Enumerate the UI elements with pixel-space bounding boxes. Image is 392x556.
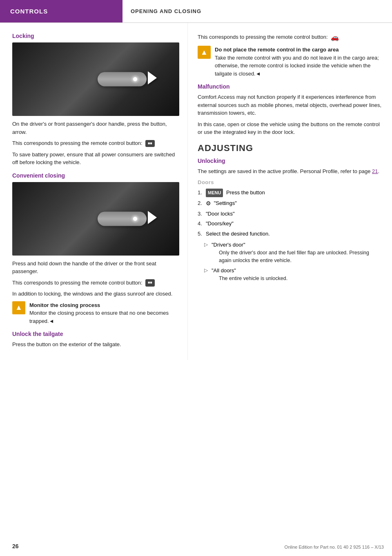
unlock-tailgate-text: Press the button on the exterior of the … (12, 340, 179, 349)
locking-desc3: To save battery power, ensure that all p… (12, 151, 179, 167)
unlocking-title: Unlocking (198, 158, 382, 164)
sub-content-1: "Driver's door" Only the driver's door a… (212, 241, 382, 264)
step-content-3: "Door locks" (206, 210, 382, 218)
sub-label-2: "All doors" (212, 267, 236, 274)
door-handle (98, 72, 147, 87)
step-2-text: "Settings" (214, 200, 237, 206)
step-num-1: 1. (198, 189, 206, 197)
locking-image (12, 42, 179, 116)
step-content-1: MENU Press the button (206, 189, 382, 197)
unlocking-text-suffix: . (378, 168, 380, 174)
controls-tab: CONTROLS (0, 0, 122, 22)
section-label: OPENING AND CLOSING (122, 0, 392, 22)
warning-closing-text: Monitor the closing process Monitor the … (29, 301, 179, 325)
handle-dot (133, 77, 137, 81)
step-content-2: ⚙ "Settings" (206, 199, 382, 208)
warning-icon: ▲ (12, 301, 25, 314)
step-num-4: 4. (198, 220, 206, 228)
adjusting-title: ADJUSTING (198, 143, 382, 153)
sub-content-2: "All doors" The entire vehicle is unlock… (212, 267, 382, 282)
main-content: Locking On the driver's or front passeng… (0, 23, 392, 360)
menu-button-icon: MENU (206, 189, 223, 197)
lock-btn-icon: ■■ (145, 140, 155, 147)
door-handle2 (98, 211, 147, 226)
car-icon: 🚗 (331, 33, 339, 42)
arrow-icon2 (148, 211, 157, 224)
step-4: 4. "Doors/key" (198, 220, 382, 228)
malfunction-title: Malfunction (198, 83, 382, 90)
malfunction-p1: Comfort Access may not function properly… (198, 93, 382, 117)
left-column: Locking On the driver's or front passeng… (0, 23, 188, 360)
locking-title: Locking (12, 33, 179, 39)
right-column: This corresponds to pressing the remote … (188, 23, 392, 360)
sub-desc-1: Only the driver's door and the fuel fill… (219, 249, 382, 265)
right-remote-label: This corresponds to pressing the remote … (198, 34, 328, 40)
step-1: 1. MENU Press the button (198, 189, 382, 197)
warning-closing: ▲ Monitor the closing process Monitor th… (12, 301, 179, 325)
step-2: 2. ⚙ "Settings" (198, 199, 382, 208)
malfunction-p2: In this case, open or close the vehicle … (198, 120, 382, 136)
close-btn-icon: ■■ (145, 279, 155, 287)
unlocking-text: The settings are saved in the active pro… (198, 167, 382, 176)
sub-label-1: "Driver's door" (212, 242, 245, 248)
handle-dot2 (133, 217, 137, 221)
step-5: 5. Select the desired function. (198, 230, 382, 238)
warning-cargo-title: Do not place the remote control in the c… (215, 47, 339, 53)
arrow-icon (148, 71, 157, 85)
step-content-5: Select the desired function. (206, 230, 382, 238)
page-ref-link[interactable]: 21 (372, 168, 378, 174)
step-num-5: 5. (198, 230, 206, 238)
sub-desc-2: The entire vehicle is unlocked. (219, 275, 382, 282)
sub-item-drivers-door: ▷ "Driver's door" Only the driver's door… (204, 241, 382, 264)
unlocking-text-prefix: The settings are saved in the active pro… (198, 168, 370, 174)
locking-desc1: On the driver's or front passenger's doo… (12, 120, 179, 136)
steps-list: 1. MENU Press the button 2. ⚙ "Settings"… (198, 189, 382, 238)
arrow-marker-2: ▷ (204, 267, 212, 274)
convenient-closing-image (12, 182, 179, 256)
warning-cargo-text: Do not place the remote control in the c… (215, 46, 382, 78)
step-3: 3. "Door locks" (198, 210, 382, 218)
footer-text: Online Edition for Part no. 01 40 2 925 … (285, 545, 384, 549)
convenient-desc2: This corresponds to pressing the remote … (12, 279, 179, 287)
gear-icon: ⚙ (206, 199, 211, 208)
warning-closing-title: Monitor the closing process (29, 302, 100, 308)
step-num-2: 2. (198, 199, 206, 207)
convenient-desc1: Press and hold down the handle of the dr… (12, 260, 179, 276)
unlock-tailgate-title: Unlock the tailgate (12, 331, 179, 337)
step-1-text: Press the button (226, 189, 265, 196)
step-num-3: 3. (198, 210, 206, 218)
locking-desc2: This corresponds to pressing the remote … (12, 139, 179, 147)
convenient-closing-title: Convenient closing (12, 172, 179, 179)
convenient-desc3: In addition to locking, the windows and … (12, 290, 179, 298)
header: CONTROLS OPENING AND CLOSING (0, 0, 392, 23)
step-content-4: "Doors/key" (206, 220, 382, 228)
warning-closing-body: Monitor the closing process to ensure th… (29, 310, 169, 324)
section-title-text: OPENING AND CLOSING (131, 8, 201, 14)
page-number: 26 (12, 543, 19, 549)
convenient-remote-text: This corresponds to pressing the remote … (12, 280, 143, 286)
warning-cargo-body: Take the remote control with you and do … (215, 55, 379, 77)
doors-subheading: Doors (198, 179, 382, 185)
sub-items-list: ▷ "Driver's door" Only the driver's door… (204, 241, 382, 282)
arrow-marker-1: ▷ (204, 241, 212, 248)
right-remote-text: This corresponds to pressing the remote … (198, 33, 382, 42)
sub-item-all-doors: ▷ "All doors" The entire vehicle is unlo… (204, 267, 382, 282)
warning-cargo-icon: ▲ (198, 46, 211, 59)
locking-remote-text: This corresponds to pressing the remote … (12, 140, 143, 146)
controls-label: CONTROLS (10, 8, 48, 15)
warning-cargo: ▲ Do not place the remote control in the… (198, 46, 382, 78)
